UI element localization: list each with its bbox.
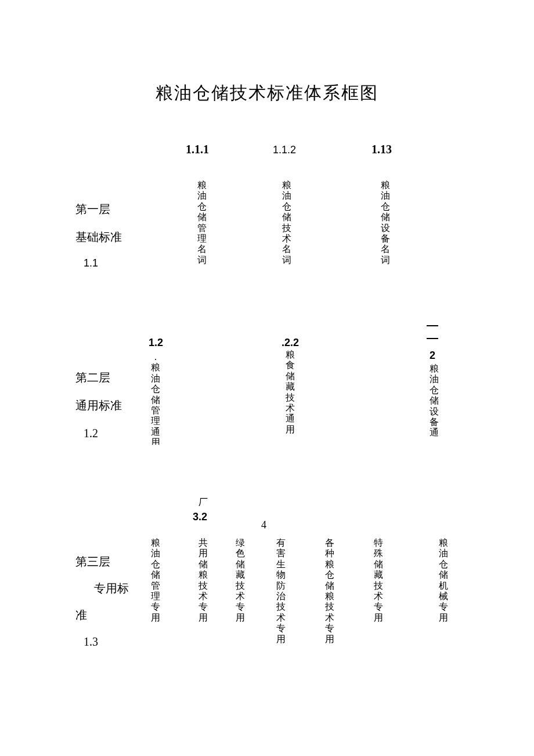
layer2-num-2: .2.2 [282,337,299,349]
layer2-col-1: .粮油仓储管理通用 [150,352,161,445]
layer3-col-6: 特殊储藏技术专用 [373,538,384,631]
layer3-col-5: 各种粮仓储粮技术专用 [324,538,335,651]
page-title: 粮油仓储技术标准体系框图 [0,81,534,105]
layer1-num-2: 1.1.2 [273,144,296,156]
layer3-col-1: 粮油仓储管理专用 [150,538,161,631]
layer3-col-2: 共用储粮技术专用 [197,538,209,631]
layer2-col-2: 粮食储藏技术通用 [284,350,296,446]
layer3-line3: 1.3 [75,628,139,655]
layer2-col-3: 粮油仓储设备通 [428,363,440,445]
layer2-dash1 [427,325,438,326]
layer3-frag4: 4 [261,519,266,531]
layer1-line2: 基础标准 [75,223,139,251]
layer3-line1: 第三层 [75,548,139,575]
layer3-fragtop: 厂 [197,497,209,507]
layer1-line1: 第一层 [75,195,139,223]
layer3-label: 第三层 专用标 准 1.3 [75,548,139,655]
layer2-line1: 第二层 [75,363,139,391]
layer1-num-3: 1.13 [371,143,392,156]
layer3-line2b: 准 [75,602,139,628]
layer2-dash2 [427,338,438,339]
layer3-col-4: 有害生物防治技术专用 [275,538,287,651]
layer3-col-3: 绿色储藏技术专用 [234,538,246,631]
layer2-line3: 1.2 [75,419,139,447]
layer3-num32: 3.2 [193,511,207,523]
layer2-num-1: 1.2 [149,337,163,349]
layer1-col-1: 粮油仓储管理名词 [196,180,208,279]
layer3-col-7: 粮油仓储机械专用 [438,538,449,631]
layer2-label: 第二层 通用标准 1.2 [75,363,139,447]
layer2-num-3: 2 [430,350,435,362]
layer1-col-3: 粮油仓储设备名词 [380,180,391,279]
layer3-line2a: 专用标 [75,575,139,602]
layer1-line3: 1.1 [75,251,139,276]
layer1-num-1: 1.1.1 [186,143,209,156]
layer2-line2: 通用标准 [75,391,139,419]
layer1-col-2: 粮油仓储技术名词 [281,180,293,279]
layer1-label: 第一层 基础标准 1.1 [75,195,139,276]
